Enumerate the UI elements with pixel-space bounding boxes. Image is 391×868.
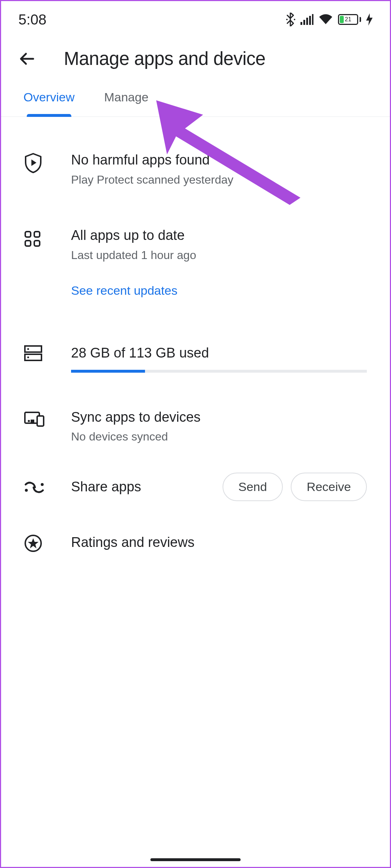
tab-active-indicator bbox=[27, 114, 71, 117]
tab-overview[interactable]: Overview bbox=[23, 86, 75, 117]
battery-percent: 21 bbox=[339, 15, 357, 24]
share-row: Share apps Send Receive bbox=[1, 473, 390, 501]
back-button[interactable] bbox=[18, 50, 36, 68]
svg-rect-16 bbox=[37, 416, 44, 426]
svg-point-1 bbox=[294, 19, 295, 20]
svg-rect-3 bbox=[303, 20, 305, 25]
svg-point-13 bbox=[27, 348, 29, 350]
svg-rect-18 bbox=[31, 420, 34, 422]
sync-title: Sync apps to devices bbox=[71, 409, 367, 426]
gesture-nav-bar[interactable] bbox=[150, 858, 241, 861]
svg-rect-9 bbox=[25, 241, 31, 246]
share-label: Share apps bbox=[71, 479, 215, 495]
charging-icon bbox=[366, 13, 373, 26]
devices-icon bbox=[24, 411, 44, 427]
battery-indicator: 21 bbox=[338, 14, 361, 25]
arrow-left-icon bbox=[19, 50, 36, 67]
receive-button[interactable]: Receive bbox=[291, 473, 367, 501]
see-recent-updates-link[interactable]: See recent updates bbox=[71, 284, 177, 298]
tab-bar: Overview Manage bbox=[1, 86, 390, 117]
ratings-row[interactable]: Ratings and reviews bbox=[1, 533, 390, 552]
sync-row[interactable]: Sync apps to devices No devices synced bbox=[1, 409, 390, 444]
page-title: Manage apps and device bbox=[64, 48, 265, 69]
storage-progress-fill bbox=[71, 370, 145, 373]
apps-grid-icon bbox=[24, 231, 41, 247]
status-icons: 21 bbox=[286, 13, 373, 26]
ratings-title: Ratings and reviews bbox=[71, 534, 367, 551]
play-protect-title: No harmful apps found bbox=[71, 152, 367, 169]
app-header: Manage apps and device bbox=[1, 34, 390, 86]
storage-progress-bar bbox=[71, 370, 367, 373]
svg-rect-8 bbox=[34, 232, 40, 237]
nearby-share-icon bbox=[24, 481, 44, 494]
status-bar: 5:08 21 bbox=[1, 1, 390, 34]
tab-manage[interactable]: Manage bbox=[104, 86, 149, 117]
bluetooth-icon bbox=[286, 13, 295, 26]
svg-rect-7 bbox=[25, 232, 31, 237]
storage-title: 28 GB of 113 GB used bbox=[71, 345, 367, 362]
overview-content: No harmful apps found Play Protect scann… bbox=[1, 117, 390, 552]
svg-rect-4 bbox=[306, 18, 308, 25]
storage-row[interactable]: 28 GB of 113 GB used bbox=[1, 345, 390, 373]
tab-overview-label: Overview bbox=[23, 90, 75, 104]
status-time: 5:08 bbox=[18, 12, 47, 28]
svg-rect-10 bbox=[34, 241, 40, 246]
storage-icon bbox=[24, 345, 42, 361]
svg-rect-2 bbox=[300, 22, 302, 25]
play-protect-subtitle: Play Protect scanned yesterday bbox=[71, 172, 367, 188]
svg-point-14 bbox=[27, 356, 29, 358]
svg-point-19 bbox=[25, 489, 28, 492]
svg-rect-6 bbox=[312, 14, 313, 25]
svg-point-17 bbox=[28, 420, 30, 422]
play-protect-row[interactable]: No harmful apps found Play Protect scann… bbox=[1, 152, 390, 187]
svg-point-20 bbox=[41, 483, 44, 486]
shield-play-icon bbox=[24, 153, 42, 173]
wifi-icon bbox=[318, 14, 333, 25]
sync-subtitle: No devices synced bbox=[71, 429, 367, 444]
svg-rect-5 bbox=[309, 16, 311, 25]
cellular-signal-icon bbox=[300, 14, 313, 25]
send-button[interactable]: Send bbox=[223, 473, 283, 501]
updates-subtitle: Last updated 1 hour ago bbox=[71, 248, 367, 263]
star-circle-icon bbox=[24, 534, 42, 552]
updates-title: All apps up to date bbox=[71, 227, 367, 244]
svg-point-0 bbox=[286, 19, 287, 20]
updates-row[interactable]: All apps up to date Last updated 1 hour … bbox=[1, 227, 390, 298]
